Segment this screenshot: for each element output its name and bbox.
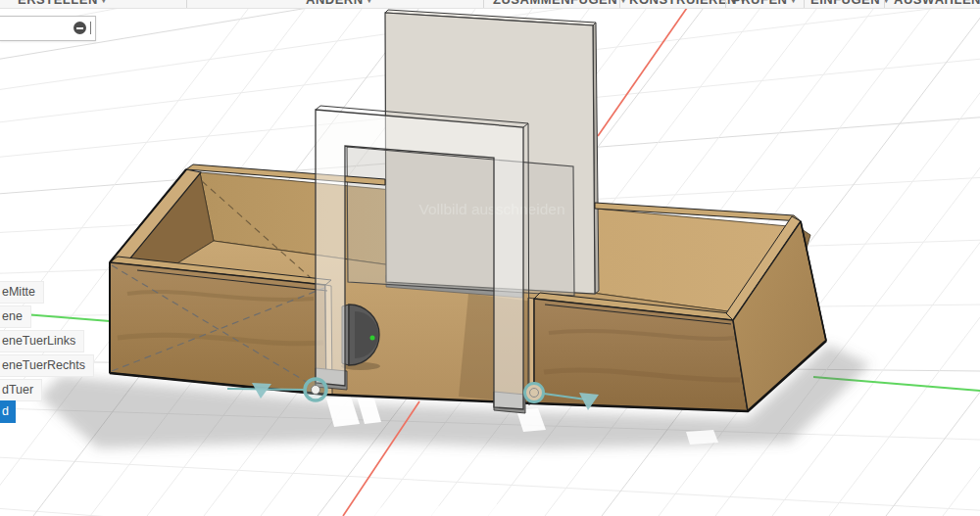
minus-circle-icon[interactable] bbox=[74, 22, 86, 34]
menu-erstellen[interactable]: ERSTELLEN▾ bbox=[18, 0, 106, 7]
menu-konstruieren[interactable]: KONSTRUIEREN▾ bbox=[629, 0, 746, 7]
app-window: Vollbild ausschneiden bbox=[0, 0, 980, 516]
plane-label-mitte[interactable]: eMitte bbox=[0, 281, 44, 304]
menu-auswaehlen[interactable]: AUSWÄHLEN▾ bbox=[894, 0, 980, 7]
chevron-down-icon: ▾ bbox=[368, 0, 372, 5]
chevron-down-icon: ▾ bbox=[621, 0, 626, 5]
menu-aendern[interactable]: ÄNDERN▾ bbox=[306, 0, 371, 7]
toolbar-divider bbox=[619, 0, 620, 8]
toolbar-divider bbox=[725, 0, 726, 8]
text-cursor bbox=[90, 22, 91, 34]
plane-label-tuer-links[interactable]: eneTuerLinks bbox=[0, 330, 84, 352]
plane-label-ebene[interactable]: ene bbox=[0, 305, 31, 328]
chevron-down-icon: ▾ bbox=[791, 0, 796, 5]
toolbar-divider bbox=[884, 0, 885, 8]
menu-pruefen[interactable]: PRÜFEN▾ bbox=[732, 0, 796, 7]
chevron-down-icon: ▾ bbox=[102, 0, 107, 5]
plane-label-wand-tuer[interactable]: dTuer bbox=[0, 379, 42, 401]
toolbar-divider bbox=[483, 0, 484, 8]
floating-input[interactable] bbox=[0, 16, 96, 41]
toolbar-divider bbox=[804, 0, 805, 8]
toolbar-divider bbox=[186, 0, 187, 8]
axis-red-upper bbox=[598, 8, 687, 136]
origin-dot bbox=[370, 336, 375, 341]
inner-glass-panel[interactable] bbox=[347, 147, 574, 296]
plane-label-selected[interactable]: d bbox=[0, 400, 16, 423]
toolbar: ERSTELLEN▾ ÄNDERN▾ ZUSAMMENFÜGEN▾ KONSTR… bbox=[0, 0, 980, 9]
plane-label-tuer-rechts[interactable]: eneTuerRechts bbox=[0, 354, 94, 377]
menu-zusammenfuegen[interactable]: ZUSAMMENFÜGEN▾ bbox=[493, 0, 626, 7]
menu-einfuegen[interactable]: EINFÜGEN▾ bbox=[810, 0, 889, 7]
3d-viewport-canvas[interactable]: Vollbild ausschneiden bbox=[0, 0, 980, 516]
